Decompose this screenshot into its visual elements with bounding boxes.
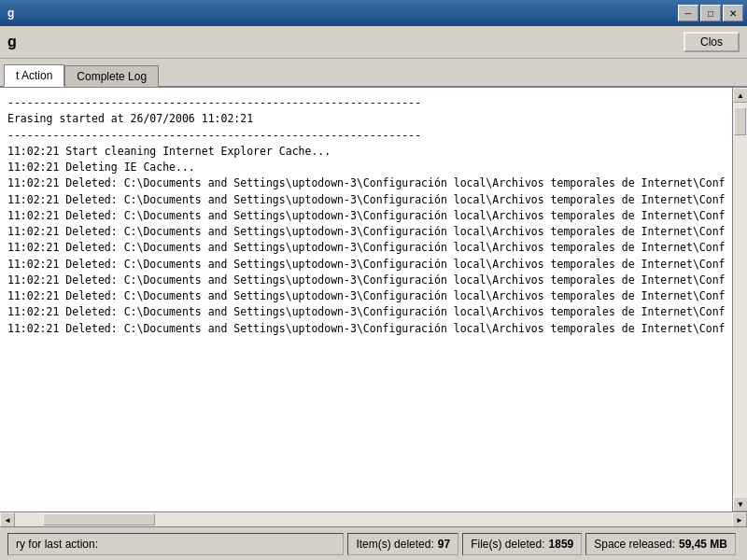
items-section: Item(s) deleted: 97 [347,533,458,555]
log-line: 11:02:21 Deleted: C:\Documents and Setti… [7,304,725,320]
log-line: 11:02:21 Deleted: C:\Documents and Setti… [7,273,725,288]
vertical-scrollbar[interactable]: ▲ ▼ [732,88,747,511]
tab-complete-log[interactable]: Complete Log [64,65,159,87]
space-value: 59,45 MB [679,538,727,551]
space-section: Space released: 59,45 MB [585,533,736,555]
minimize-button[interactable]: ─ [678,5,698,21]
status-bar: ry for last action: Item(s) deleted: 97 … [0,526,747,560]
log-line: 11:02:21 Deleted: C:\Documents and Setti… [7,208,725,224]
files-section: File(s) deleted: 1859 [462,533,582,555]
header-title: g [7,34,17,50]
window-title: g [7,7,14,20]
log-line: 11:02:21 Deleted: C:\Documents and Setti… [7,240,725,256]
log-timestamp: 11:02:21 [7,273,59,288]
main-window: g Clos t Action Complete Log -----------… [0,26,747,560]
tab-bar: t Action Complete Log [0,59,747,88]
scroll-up-button[interactable]: ▲ [733,88,747,103]
log-timestamp: 11:02:21 [7,240,59,256]
log-line: 11:02:21 Deleted: C:\Documents and Setti… [7,192,725,208]
log-timestamp: 11:02:21 [7,160,59,175]
log-timestamp: 11:02:21 [7,224,59,240]
window-close-button[interactable]: ✕ [723,5,743,21]
log-timestamp: 11:02:21 [7,192,59,208]
log-line: 11:02:21 Deleted: C:\Documents and Setti… [7,257,725,273]
summary-label: ry for last action: [16,538,98,551]
items-value: 97 [438,538,450,551]
title-bar: g ─ □ ✕ [0,0,747,26]
log-line: 11:02:21 Deleted: C:\Documents and Setti… [7,224,725,240]
scroll-left-button[interactable]: ◄ [0,512,15,527]
log-timestamp: 11:02:21 [7,288,59,304]
log-line: 11:02:21 Start cleaning Internet Explore… [7,144,725,160]
log-line: ----------------------------------------… [7,128,725,144]
log-timestamp: 11:02:21 [7,321,59,337]
scroll-thumb[interactable] [734,107,746,135]
hscroll-track[interactable] [15,512,732,526]
files-value: 1859 [549,538,574,551]
horizontal-scrollbar-area: ◄ ► [0,511,747,526]
log-view[interactable]: ----------------------------------------… [0,88,732,511]
log-timestamp: 11:02:21 [7,208,59,224]
files-label: File(s) deleted: [471,538,544,551]
log-line: 11:02:21 Deleting IE Cache... [7,160,725,175]
log-timestamp: 11:02:21 [7,144,59,160]
items-label: Item(s) deleted: [356,538,433,551]
log-line: 11:02:21 Deleted: C:\Documents and Setti… [7,175,725,191]
content-area: ----------------------------------------… [0,88,747,511]
space-label: Space released: [594,538,675,551]
log-line: 11:02:21 Deleted: C:\Documents and Setti… [7,321,725,337]
summary-section: ry for last action: [7,533,344,555]
log-timestamp: 11:02:21 [7,304,59,320]
header: g Clos [0,26,747,59]
window-controls: ─ □ ✕ [678,5,743,21]
scroll-track[interactable] [733,103,747,497]
tab-last-action[interactable]: t Action [4,64,64,87]
close-button[interactable]: Clos [684,32,740,52]
log-timestamp: 11:02:21 [7,257,59,273]
log-line: Erasing started at 26/07/2006 11:02:21 [7,111,725,127]
scroll-right-button[interactable]: ► [732,512,747,527]
hscroll-thumb[interactable] [43,513,155,525]
log-line: 11:02:21 Deleted: C:\Documents and Setti… [7,288,725,304]
log-timestamp: 11:02:21 [7,175,59,191]
scroll-down-button[interactable]: ▼ [733,497,747,511]
maximize-button[interactable]: □ [700,5,721,21]
log-line: ----------------------------------------… [7,95,725,111]
